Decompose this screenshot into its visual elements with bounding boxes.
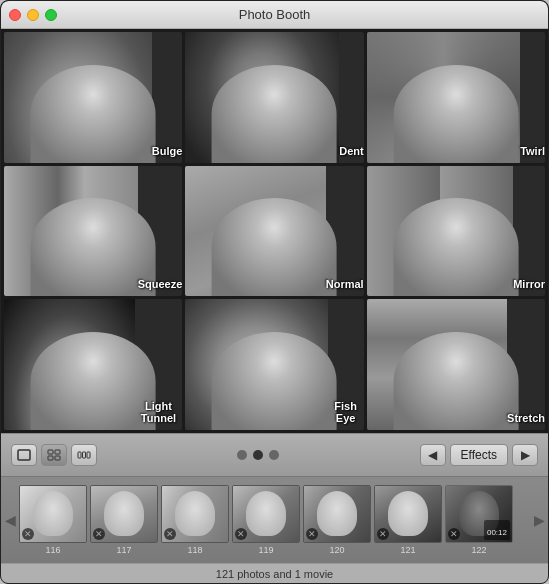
effects-button[interactable]: Effects (450, 444, 508, 466)
thumbnail-119[interactable]: ✕ (232, 485, 300, 543)
svg-rect-7 (87, 452, 90, 458)
effect-label-lighttunnel: Light Tunnel (135, 400, 183, 430)
next-effects-button[interactable]: ▶ (512, 444, 538, 466)
status-text: 121 photos and 1 movie (216, 568, 333, 580)
effect-label-twirl: Twirl (520, 145, 545, 163)
delete-icon[interactable]: ✕ (306, 528, 318, 540)
list-item: ✕ 120 (303, 485, 371, 555)
photo-booth-window: Photo Booth Bulge Dent Twirl (0, 0, 549, 584)
thumbnail-number: 120 (329, 545, 344, 555)
thumbnail-number: 122 (471, 545, 486, 555)
effect-label-bulge: Bulge (152, 145, 183, 163)
effect-cell-squeeze[interactable]: Squeeze (4, 166, 182, 297)
page-dot-2[interactable] (253, 450, 263, 460)
delete-icon[interactable]: ✕ (93, 528, 105, 540)
delete-icon[interactable]: ✕ (377, 528, 389, 540)
effect-cell-twirl[interactable]: Twirl (367, 32, 545, 163)
traffic-lights (9, 9, 57, 21)
toolbar-center (97, 450, 420, 460)
effect-cell-dent[interactable]: Dent (185, 32, 363, 163)
prev-effects-button[interactable]: ◀ (420, 444, 446, 466)
svg-rect-0 (18, 450, 30, 460)
strip-view-button[interactable] (71, 444, 97, 466)
toolbar: ◀ Effects ▶ (1, 433, 548, 477)
video-duration: 00:12 (487, 528, 507, 537)
thumbnail-118[interactable]: ✕ (161, 485, 229, 543)
thumbnail-number: 118 (187, 545, 202, 555)
effects-grid: Bulge Dent Twirl Squeeze Normal (1, 29, 548, 433)
svg-rect-5 (78, 452, 81, 458)
page-dot-3[interactable] (269, 450, 279, 460)
filmstrip-next-arrow[interactable]: ▶ (530, 477, 548, 563)
list-item: ✕ 116 (19, 485, 87, 555)
thumbnail-number: 116 (45, 545, 60, 555)
filmstrip-prev-arrow[interactable]: ◀ (1, 477, 19, 563)
svg-rect-3 (48, 456, 53, 460)
list-item: ✕ 119 (232, 485, 300, 555)
effect-label-fisheye: Fish Eye (328, 400, 364, 430)
filmstrip-area: ◀ ✕ 116 ✕ (1, 477, 548, 563)
thumbnail-number: 119 (258, 545, 273, 555)
grid-view-button[interactable] (41, 444, 67, 466)
thumbnail-122[interactable]: ✕ 00:12 (445, 485, 513, 543)
status-bar: 121 photos and 1 movie (1, 563, 548, 583)
window-title: Photo Booth (239, 7, 311, 22)
maximize-button[interactable] (45, 9, 57, 21)
list-item: ✕ 00:12 122 (445, 485, 513, 555)
effect-label-normal: Normal (326, 278, 364, 296)
list-item: ✕ 118 (161, 485, 229, 555)
effect-cell-mirror[interactable]: Mirror (367, 166, 545, 297)
effect-label-mirror: Mirror (513, 278, 545, 296)
thumbnail-number: 117 (116, 545, 131, 555)
close-button[interactable] (9, 9, 21, 21)
toolbar-left (11, 444, 97, 466)
list-item: ✕ 117 (90, 485, 158, 555)
effect-cell-fisheye[interactable]: Fish Eye (185, 299, 363, 430)
single-view-button[interactable] (11, 444, 37, 466)
effect-label-squeeze: Squeeze (138, 278, 183, 296)
toolbar-right: ◀ Effects ▶ (420, 444, 538, 466)
effect-label-stretch: Stretch (507, 412, 545, 430)
thumbnail-120[interactable]: ✕ (303, 485, 371, 543)
thumbnail-121[interactable]: ✕ (374, 485, 442, 543)
title-bar: Photo Booth (1, 1, 548, 29)
thumbnail-116[interactable]: ✕ (19, 485, 87, 543)
thumbnail-117[interactable]: ✕ (90, 485, 158, 543)
svg-rect-6 (83, 452, 86, 458)
effect-label-dent: Dent (339, 145, 363, 163)
delete-icon[interactable]: ✕ (164, 528, 176, 540)
video-duration-icon: 00:12 (484, 520, 510, 540)
effect-cell-normal[interactable]: Normal (185, 166, 363, 297)
thumbnail-number: 121 (400, 545, 415, 555)
delete-icon[interactable]: ✕ (22, 528, 34, 540)
svg-rect-2 (55, 450, 60, 454)
svg-rect-4 (55, 456, 60, 460)
minimize-button[interactable] (27, 9, 39, 21)
main-content: Bulge Dent Twirl Squeeze Normal (1, 29, 548, 583)
effect-cell-stretch[interactable]: Stretch (367, 299, 545, 430)
list-item: ✕ 121 (374, 485, 442, 555)
filmstrip-scroll: ✕ 116 ✕ 117 (19, 480, 530, 560)
delete-icon[interactable]: ✕ (448, 528, 460, 540)
delete-icon[interactable]: ✕ (235, 528, 247, 540)
page-dot-1[interactable] (237, 450, 247, 460)
svg-rect-1 (48, 450, 53, 454)
effect-cell-bulge[interactable]: Bulge (4, 32, 182, 163)
effect-cell-lighttunnel[interactable]: Light Tunnel (4, 299, 182, 430)
